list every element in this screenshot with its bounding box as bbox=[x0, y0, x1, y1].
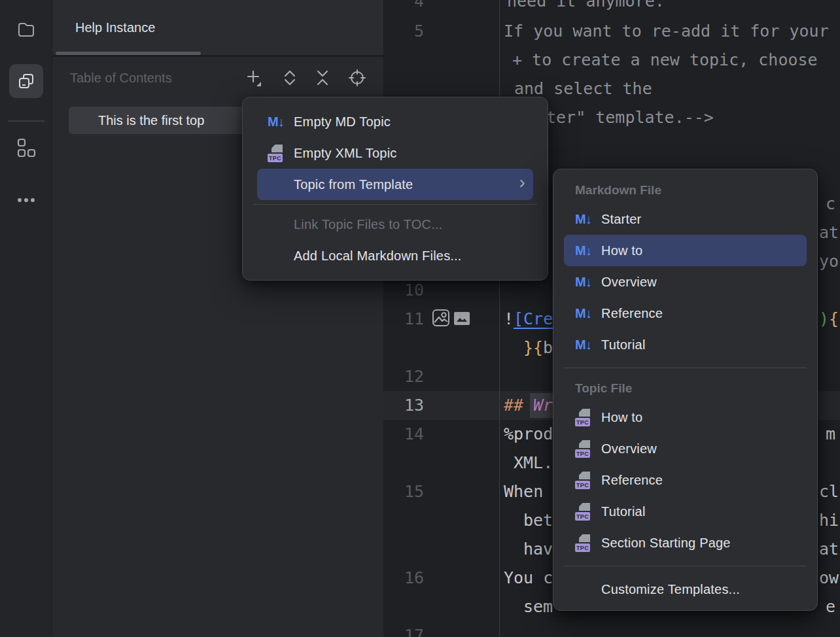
locate-target-icon bbox=[347, 68, 367, 88]
menu-item-label: Tutorial bbox=[601, 504, 646, 519]
menu-item-overview[interactable]: TPCOverview bbox=[564, 433, 807, 464]
menu-item-label: How to bbox=[601, 410, 642, 425]
line-number-13: 13 bbox=[383, 391, 424, 420]
add-icon bbox=[244, 68, 264, 88]
code-segment: sem bbox=[523, 593, 553, 621]
menu-item-overview[interactable]: M↓Overview bbox=[564, 266, 807, 298]
menu-item-topic-from-template[interactable]: Topic from Template› bbox=[257, 169, 533, 200]
tpc-page-shape bbox=[579, 409, 590, 417]
code-segment: hi bbox=[819, 506, 839, 535]
topic-file-icon: TPC bbox=[575, 534, 601, 552]
image-preview-outline-icon[interactable] bbox=[432, 309, 450, 327]
code-segment: + to create a new topic, choose bbox=[512, 46, 818, 75]
menu-item-label: Starter bbox=[601, 212, 641, 227]
menu-item-tutorial[interactable]: TPCTutorial bbox=[564, 496, 807, 527]
line-number-12: 12 bbox=[383, 362, 424, 391]
topic-file-icon: TPC bbox=[575, 471, 601, 489]
tpc-page-shape bbox=[271, 145, 283, 152]
tpc-badge: TPC bbox=[575, 481, 590, 489]
locate-open-file-button[interactable] bbox=[347, 68, 367, 88]
toc-tree-item[interactable]: This is the first top bbox=[69, 107, 256, 134]
menu-item-label: Section Starting Page bbox=[601, 536, 731, 551]
tpc-badge: TPC bbox=[575, 418, 590, 426]
tpc-page-shape bbox=[579, 503, 590, 511]
menu-item-label: Topic from Template bbox=[294, 177, 413, 192]
code-segment: cl bbox=[819, 477, 839, 506]
line-number-11: 11 bbox=[383, 305, 424, 334]
collapse-all-button[interactable] bbox=[313, 68, 332, 88]
code-segment: at bbox=[819, 218, 839, 247]
topic-file-icon: TPC bbox=[575, 502, 601, 521]
markdown-file-icon: M↓ bbox=[575, 304, 601, 322]
menu-item-icon-spacer bbox=[268, 247, 294, 265]
help-instance-button[interactable] bbox=[9, 64, 43, 98]
structure-button[interactable] bbox=[9, 131, 43, 165]
code-segment: [Cre bbox=[514, 305, 553, 334]
menu-item-label: Tutorial bbox=[601, 337, 646, 353]
code-segment: ter" template.--> bbox=[546, 103, 714, 132]
code-segment: yo bbox=[819, 247, 839, 276]
menu-item-empty-md-topic[interactable]: M↓Empty MD Topic bbox=[257, 106, 533, 137]
folder-icon bbox=[16, 20, 36, 39]
topic-from-template-submenu: Markdown FileM↓StarterM↓How toM↓Overview… bbox=[553, 169, 818, 611]
menu-item-label: Empty XML Topic bbox=[294, 146, 397, 161]
line-number-16: 16 bbox=[383, 564, 424, 593]
menu-item-how-to[interactable]: TPCHow to bbox=[564, 402, 807, 433]
code-segment: ) bbox=[819, 305, 829, 334]
image-preview-filled-icon[interactable] bbox=[454, 312, 470, 325]
code-segment: You c bbox=[504, 564, 553, 593]
line-number-5: 5 bbox=[383, 17, 424, 46]
menu-item-starter[interactable]: M↓Starter bbox=[564, 203, 807, 235]
code-segment: When bbox=[504, 477, 543, 506]
tpc-page-shape bbox=[579, 440, 590, 448]
markdown-file-icon: M↓ bbox=[575, 210, 601, 228]
code-segment: Wr bbox=[533, 391, 553, 420]
code-segment: }{ bbox=[523, 334, 543, 362]
instances-icon bbox=[17, 72, 35, 90]
menu-item-label: Overview bbox=[601, 441, 657, 456]
menu-separator bbox=[253, 204, 537, 205]
tool-window-header[interactable]: Help Instance bbox=[52, 0, 383, 57]
menu-item-empty-xml-topic[interactable]: TPCEmpty XML Topic bbox=[257, 137, 533, 169]
toc-tree-item-label: This is the first top bbox=[69, 107, 256, 134]
menu-separator bbox=[564, 566, 807, 566]
menu-item-label: Add Local Markdown Files... bbox=[294, 249, 462, 264]
code-segment: %prod bbox=[504, 420, 553, 449]
code-segment: c bbox=[826, 190, 835, 218]
line-number-15: 15 bbox=[383, 477, 424, 506]
menu-item-reference[interactable]: M↓Reference bbox=[564, 298, 807, 329]
markdown-file-icon: M↓ bbox=[575, 336, 601, 354]
add-topic-button[interactable] bbox=[244, 68, 264, 88]
menu-item-how-to[interactable]: M↓How to bbox=[564, 235, 807, 266]
menu-item-label: Link Topic Files to TOC... bbox=[294, 217, 443, 232]
menu-item-icon-spacer bbox=[268, 215, 294, 233]
more-icon bbox=[16, 190, 37, 211]
line-number-17: 17 bbox=[383, 621, 424, 637]
menu-item-tutorial[interactable]: M↓Tutorial bbox=[564, 329, 807, 360]
line-number-14: 14 bbox=[383, 420, 424, 449]
menu-item-icon-spacer bbox=[268, 175, 294, 194]
tool-window-title: Help Instance bbox=[75, 20, 155, 35]
project-folder-button[interactable] bbox=[9, 12, 43, 46]
menu-item-link-topic-files-to-toc[interactable]: Link Topic Files to TOC... bbox=[257, 209, 533, 240]
more-tool-windows-button[interactable] bbox=[9, 183, 43, 217]
menu-section-header-markdown-file: Markdown File bbox=[564, 177, 807, 203]
tool-window-stripe bbox=[0, 0, 52, 637]
menu-item-label: Customize Templates... bbox=[601, 582, 740, 597]
menu-item-section-starting-page[interactable]: TPCSection Starting Page bbox=[564, 527, 807, 559]
menu-item-reference[interactable]: TPCReference bbox=[564, 464, 807, 496]
expand-all-button[interactable] bbox=[280, 68, 300, 88]
tpc-badge: TPC bbox=[575, 512, 590, 521]
menu-item-add-local-markdown-files[interactable]: Add Local Markdown Files... bbox=[257, 240, 533, 271]
active-tab-indicator bbox=[56, 52, 201, 55]
writerside-window: Help Instance Table of Contents bbox=[0, 0, 840, 637]
code-segment: need it anymore. bbox=[507, 0, 665, 16]
menu-item-label: Empty MD Topic bbox=[294, 114, 391, 129]
structure-icon bbox=[16, 138, 37, 159]
menu-separator bbox=[564, 368, 807, 368]
code-segment: ! bbox=[504, 305, 514, 334]
menu-item-customize-templates[interactable]: Customize Templates... bbox=[564, 574, 807, 605]
code-segment: XML. bbox=[514, 449, 553, 477]
help-instance-panel: Help Instance Table of Contents bbox=[52, 0, 383, 637]
menu-item-icon-spacer bbox=[575, 580, 601, 598]
